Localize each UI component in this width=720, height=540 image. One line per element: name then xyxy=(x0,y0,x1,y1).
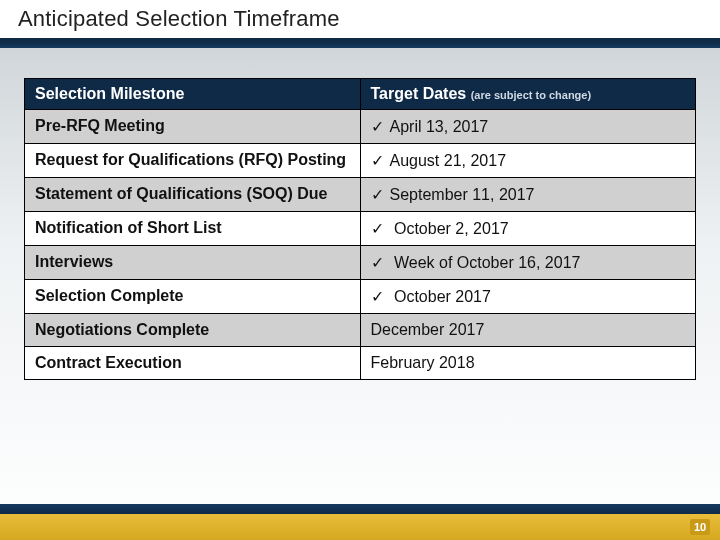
table-row: Notification of Short List✓ October 2, 2… xyxy=(25,212,696,246)
header-milestone: Selection Milestone xyxy=(25,79,361,110)
date-cell: February 2018 xyxy=(360,347,696,380)
slide-title: Anticipated Selection Timeframe xyxy=(0,0,720,42)
table-body: Pre-RFQ Meeting✓April 13, 2017Request fo… xyxy=(25,110,696,380)
date-text: August 21, 2017 xyxy=(390,152,507,169)
table-row: Request for Qualifications (RFQ) Posting… xyxy=(25,144,696,178)
milestone-cell: Negotiations Complete xyxy=(25,314,361,347)
header-dates-label: Target Dates xyxy=(371,85,467,102)
table-row: Pre-RFQ Meeting✓April 13, 2017 xyxy=(25,110,696,144)
check-icon: ✓ xyxy=(371,186,384,203)
table-row: Statement of Qualifications (SOQ) Due✓Se… xyxy=(25,178,696,212)
date-cell: ✓ Week of October 16, 2017 xyxy=(360,246,696,280)
milestone-cell: Interviews xyxy=(25,246,361,280)
date-text: December 2017 xyxy=(371,321,485,338)
header-dates: Target Dates (are subject to change) xyxy=(360,79,696,110)
date-cell: ✓ October 2, 2017 xyxy=(360,212,696,246)
date-cell: ✓ October 2017 xyxy=(360,280,696,314)
date-text: February 2018 xyxy=(371,354,475,371)
date-text: September 11, 2017 xyxy=(390,186,535,203)
date-cell: December 2017 xyxy=(360,314,696,347)
content-area: Selection Milestone Target Dates (are su… xyxy=(0,48,720,380)
page-number: 10 xyxy=(690,519,710,535)
milestone-cell: Pre-RFQ Meeting xyxy=(25,110,361,144)
date-text: April 13, 2017 xyxy=(390,118,489,135)
table-row: Negotiations CompleteDecember 2017 xyxy=(25,314,696,347)
date-text: October 2, 2017 xyxy=(390,220,509,237)
footer-dark-stripe xyxy=(0,504,720,514)
table-header-row: Selection Milestone Target Dates (are su… xyxy=(25,79,696,110)
table-row: Interviews✓ Week of October 16, 2017 xyxy=(25,246,696,280)
milestone-cell: Notification of Short List xyxy=(25,212,361,246)
date-cell: ✓September 11, 2017 xyxy=(360,178,696,212)
header-dates-note: (are subject to change) xyxy=(471,89,591,101)
check-icon: ✓ xyxy=(371,152,384,169)
check-icon: ✓ xyxy=(371,118,384,135)
table-row: Contract ExecutionFebruary 2018 xyxy=(25,347,696,380)
date-cell: ✓April 13, 2017 xyxy=(360,110,696,144)
table-row: Selection Complete✓ October 2017 xyxy=(25,280,696,314)
milestone-cell: Request for Qualifications (RFQ) Posting xyxy=(25,144,361,178)
date-cell: ✓August 21, 2017 xyxy=(360,144,696,178)
milestone-cell: Statement of Qualifications (SOQ) Due xyxy=(25,178,361,212)
footer-gold-band: 10 xyxy=(0,514,720,540)
check-icon: ✓ xyxy=(371,288,384,305)
check-icon: ✓ xyxy=(371,220,384,237)
date-text: October 2017 xyxy=(390,288,491,305)
check-icon: ✓ xyxy=(371,254,384,271)
milestones-table: Selection Milestone Target Dates (are su… xyxy=(24,78,696,380)
date-text: Week of October 16, 2017 xyxy=(390,254,581,271)
milestone-cell: Contract Execution xyxy=(25,347,361,380)
milestone-cell: Selection Complete xyxy=(25,280,361,314)
